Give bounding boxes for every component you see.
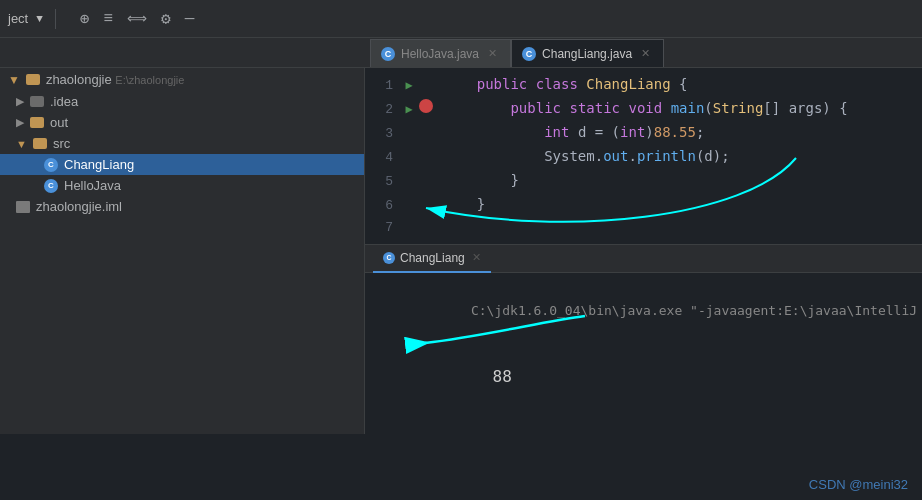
code-line-4: 4 System.out.println(d); <box>365 144 922 168</box>
expand-icon[interactable]: ⟺ <box>127 10 147 27</box>
line-num-6: 6 <box>365 194 401 218</box>
terminal-tab-close[interactable]: ✕ <box>472 251 481 264</box>
sidebar-item-idea[interactable]: ▶ .idea <box>0 91 364 112</box>
toolbar-icons: ⊕ ≡ ⟺ ⚙ — <box>80 9 195 29</box>
terminal-command: C:\jdk1.6.0_04\bin\java.exe "-javaagent:… <box>377 281 910 341</box>
code-line-6: 6 } <box>365 192 922 216</box>
code-line-5: 5 } <box>365 168 922 192</box>
dot-1 <box>419 75 433 89</box>
line-arrow-2: ▶ <box>401 98 417 122</box>
add-icon[interactable]: ⊕ <box>80 9 90 29</box>
changliang-icon: C <box>44 158 58 172</box>
tab-hellojava-close[interactable]: ✕ <box>485 46 500 61</box>
sidebar-item-src[interactable]: ▼ src <box>0 133 364 154</box>
code-line-3: 3 int d = (int)88.55; <box>365 120 922 144</box>
iml-label: zhaolongjie.iml <box>36 199 122 214</box>
tab-hellojava-label: HelloJava.java <box>401 47 479 61</box>
root-label: zhaolongjie E:\zhaolongjie <box>46 72 185 87</box>
code-text-5: } <box>435 168 519 192</box>
minimize-icon[interactable]: — <box>185 10 195 28</box>
terminal-process-status: Process finished with exit code 0 <box>377 417 910 434</box>
code-content[interactable]: 1 ▶ public class ChangLiang { 2 ▶ public… <box>365 68 922 244</box>
root-arrow: ▼ <box>8 73 20 87</box>
sidebar-item-iml[interactable]: zhaolongjie.iml <box>0 196 364 217</box>
list-icon[interactable]: ≡ <box>103 10 113 28</box>
line-num-2: 2 <box>365 98 401 122</box>
changliang-file-icon: C <box>522 47 536 61</box>
project-label: ject <box>8 11 28 26</box>
src-label: src <box>53 136 70 151</box>
root-folder-icon <box>26 74 40 85</box>
tab-bar: C HelloJava.java ✕ C ChangLiang.java ✕ <box>0 38 922 68</box>
out-folder-icon <box>30 117 44 128</box>
tab-changliang-label: ChangLiang.java <box>542 47 632 61</box>
main-area: ▼ zhaolongjie E:\zhaolongjie ▶ .idea ▶ o… <box>0 68 922 434</box>
code-text-6: } <box>435 192 485 216</box>
hellojava-label: HelloJava <box>64 178 121 193</box>
project-root[interactable]: ▼ zhaolongjie E:\zhaolongjie <box>0 68 364 91</box>
dropdown-icon[interactable]: ▼ <box>36 13 43 25</box>
terminal-output: 88 <box>377 347 910 407</box>
hellojava-file-icon: C <box>381 47 395 61</box>
code-lines: 1 ▶ public class ChangLiang { 2 ▶ public… <box>365 68 922 244</box>
terminal-tab[interactable]: C ChangLiang ✕ <box>373 245 491 273</box>
line-num-3: 3 <box>365 122 401 146</box>
separator <box>55 9 56 29</box>
breakpoint-2 <box>419 99 433 113</box>
bottom-panel: C ChangLiang ✕ C:\jdk1.6.0_04\bin\java.e… <box>365 244 922 434</box>
line-num-5: 5 <box>365 170 401 194</box>
toolbar: ject ▼ ⊕ ≡ ⟺ ⚙ — <box>0 0 922 38</box>
line-num-7: 7 <box>365 216 401 240</box>
line-num-1: 1 <box>365 74 401 98</box>
sidebar-item-changliang[interactable]: C ChangLiang <box>0 154 364 175</box>
code-text-3: int d = (int)88.55; <box>435 120 704 144</box>
code-text-2: public static void main(String[] args) { <box>435 96 848 120</box>
dot-6 <box>419 195 433 209</box>
tab-hellojava[interactable]: C HelloJava.java ✕ <box>370 39 511 67</box>
terminal-tab-icon: C <box>383 252 395 264</box>
src-arrow: ▼ <box>16 138 27 150</box>
sidebar: ▼ zhaolongjie E:\zhaolongjie ▶ .idea ▶ o… <box>0 68 365 434</box>
code-text-4: System.out.println(d); <box>435 144 730 168</box>
code-line-1: 1 ▶ public class ChangLiang { <box>365 72 922 96</box>
editor-area: 1 ▶ public class ChangLiang { 2 ▶ public… <box>365 68 922 244</box>
terminal-content: C:\jdk1.6.0_04\bin\java.exe "-javaagent:… <box>365 273 922 434</box>
settings-icon[interactable]: ⚙ <box>161 9 171 29</box>
line-arrow-1: ▶ <box>401 74 417 98</box>
breakpoint-5 <box>419 171 433 185</box>
tab-changliang-close[interactable]: ✕ <box>638 46 653 61</box>
idea-label: .idea <box>50 94 78 109</box>
sidebar-item-out[interactable]: ▶ out <box>0 112 364 133</box>
code-line-2: 2 ▶ public static void main(String[] arg… <box>365 96 922 120</box>
watermark: CSDN @meini32 <box>809 477 908 492</box>
code-line-7: 7 <box>365 216 922 240</box>
idea-folder-icon <box>30 96 44 107</box>
line-num-4: 4 <box>365 146 401 170</box>
terminal-tab-label: ChangLiang <box>400 251 465 265</box>
hellojava-icon: C <box>44 179 58 193</box>
dot-3 <box>419 123 433 137</box>
out-label: out <box>50 115 68 130</box>
bottom-tab-bar: C ChangLiang ✕ <box>365 245 922 273</box>
changliang-label: ChangLiang <box>64 157 134 172</box>
tab-changliang[interactable]: C ChangLiang.java ✕ <box>511 39 664 67</box>
sidebar-item-hellojava[interactable]: C HelloJava <box>0 175 364 196</box>
out-arrow: ▶ <box>16 116 24 129</box>
dot-7 <box>419 217 433 231</box>
src-folder-icon <box>33 138 47 149</box>
iml-icon <box>16 201 30 213</box>
code-text-1: public class ChangLiang { <box>435 72 687 96</box>
idea-arrow: ▶ <box>16 95 24 108</box>
dot-4 <box>419 147 433 161</box>
